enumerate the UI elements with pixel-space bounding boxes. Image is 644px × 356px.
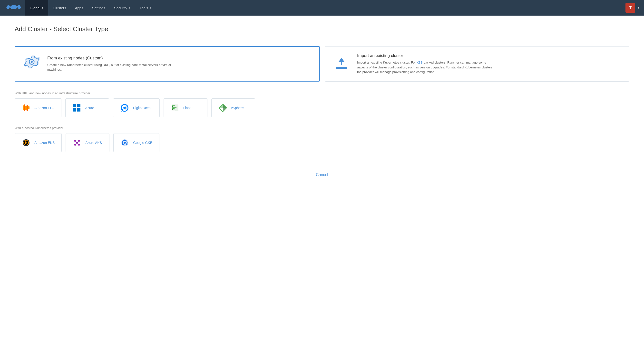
svg-point-42 xyxy=(124,139,126,141)
nav-item-security[interactable]: Security ▼ xyxy=(110,0,135,15)
logo[interactable] xyxy=(4,2,24,13)
svg-marker-26 xyxy=(223,104,227,112)
svg-point-44 xyxy=(122,143,124,145)
import-card-heading: Import an existing cluster xyxy=(357,53,494,58)
provider-azure-aks[interactable]: Azure AKS xyxy=(66,133,110,152)
svg-rect-11 xyxy=(73,104,76,107)
gear-icon xyxy=(23,54,40,73)
nav-item-clusters[interactable]: Clusters xyxy=(48,0,70,15)
eks-icon: K xyxy=(22,138,30,147)
do-icon xyxy=(120,103,129,112)
provider-do-label: DigitalOcean xyxy=(133,106,152,110)
svg-point-3 xyxy=(31,61,33,63)
provider-amazon-ec2[interactable]: Amazon EC2 xyxy=(15,98,62,117)
provider-google-gke[interactable]: Google GKE xyxy=(113,133,160,152)
provider-linode[interactable]: L Linode xyxy=(164,98,208,117)
custom-card-heading: From existing nodes (Custom) xyxy=(47,56,184,61)
hosted-provider-grid: K Amazon EKS A xyxy=(15,133,629,152)
hosted-section-label: With a hosted Kubernetes provider xyxy=(15,126,629,130)
provider-amazon-eks[interactable]: K Amazon EKS xyxy=(15,133,62,152)
svg-rect-18 xyxy=(121,111,122,111)
svg-rect-10 xyxy=(28,106,30,109)
chevron-down-icon: ▼ xyxy=(128,6,131,9)
svg-rect-21 xyxy=(172,105,175,106)
svg-rect-12 xyxy=(77,104,80,107)
nav-right: T ▼ xyxy=(626,3,640,13)
svg-line-35 xyxy=(75,141,77,143)
navbar: Global ▼ Clusters Apps Settings Security… xyxy=(0,0,644,15)
provider-eks-label: Amazon EKS xyxy=(34,141,54,145)
provider-digitalocean[interactable]: DigitalOcean xyxy=(113,98,160,117)
svg-rect-4 xyxy=(336,67,347,69)
provider-linode-label: Linode xyxy=(183,106,194,110)
svg-line-37 xyxy=(75,143,77,145)
page-footer: Cancel xyxy=(15,161,629,184)
provider-aks-label: Azure AKS xyxy=(85,141,102,145)
svg-line-38 xyxy=(77,143,79,145)
nav-item-tools[interactable]: Tools ▼ xyxy=(135,0,156,15)
svg-rect-13 xyxy=(73,108,76,111)
svg-rect-17 xyxy=(121,109,123,110)
user-avatar-button[interactable]: T xyxy=(626,3,635,13)
provider-gke-label: Google GKE xyxy=(133,141,152,145)
aws-icon xyxy=(22,103,30,112)
svg-point-16 xyxy=(123,107,126,109)
import-card-description: Import an existing Kubernetes cluster. F… xyxy=(357,60,494,74)
provider-vsphere-label: vSphere xyxy=(231,106,244,110)
k3s-link[interactable]: K3S xyxy=(416,61,423,64)
custom-card-text: From existing nodes (Custom) Create a ne… xyxy=(47,56,184,72)
svg-rect-9 xyxy=(26,105,28,111)
linode-icon: L xyxy=(171,103,180,112)
svg-point-43 xyxy=(126,143,128,145)
rancher-logo-icon xyxy=(4,2,24,13)
azure-icon xyxy=(72,103,81,112)
provider-azure-label: Azure xyxy=(85,106,94,110)
cluster-type-cards: From existing nodes (Custom) Create a ne… xyxy=(15,46,629,82)
user-dropdown-chevron[interactable]: ▼ xyxy=(637,6,640,9)
import-cluster-card[interactable]: Import an existing cluster Import an exi… xyxy=(325,46,629,82)
custom-card-description: Create a new Kubernetes cluster using RK… xyxy=(47,62,184,72)
nav-item-settings[interactable]: Settings xyxy=(88,0,110,15)
svg-text:K: K xyxy=(25,141,28,145)
gke-icon xyxy=(120,138,129,147)
chevron-down-icon: ▼ xyxy=(41,6,44,9)
svg-point-41 xyxy=(124,142,126,144)
svg-line-36 xyxy=(77,141,79,143)
section-divider xyxy=(15,39,629,39)
svg-rect-22 xyxy=(172,107,176,108)
custom-cluster-card[interactable]: From existing nodes (Custom) Create a ne… xyxy=(15,46,320,82)
svg-rect-7 xyxy=(24,104,25,111)
aks-icon xyxy=(73,138,82,147)
page-title: Add Cluster - Select Cluster Type xyxy=(15,25,629,33)
main-content: Add Cluster - Select Cluster Type From e… xyxy=(0,15,644,356)
svg-rect-23 xyxy=(172,108,174,109)
svg-point-1 xyxy=(12,5,15,7)
nav-menu: Global ▼ Clusters Apps Settings Security… xyxy=(25,0,626,15)
provider-ec2-label: Amazon EC2 xyxy=(34,106,54,110)
vsphere-icon xyxy=(218,103,227,112)
rke-provider-grid: Amazon EC2 Azure xyxy=(15,98,629,117)
svg-rect-14 xyxy=(77,108,80,111)
chevron-down-icon: ▼ xyxy=(149,6,152,9)
svg-rect-8 xyxy=(25,106,26,110)
provider-vsphere[interactable]: vSphere xyxy=(211,98,255,117)
import-card-text: Import an existing cluster Import an exi… xyxy=(357,53,494,74)
nav-item-apps[interactable]: Apps xyxy=(70,0,88,15)
provider-azure[interactable]: Azure xyxy=(65,98,109,117)
rke-section-label: With RKE and new nodes in an infrastruct… xyxy=(15,91,629,95)
upload-icon xyxy=(333,54,350,73)
nav-item-global[interactable]: Global ▼ xyxy=(25,0,48,15)
cancel-button[interactable]: Cancel xyxy=(310,171,334,179)
